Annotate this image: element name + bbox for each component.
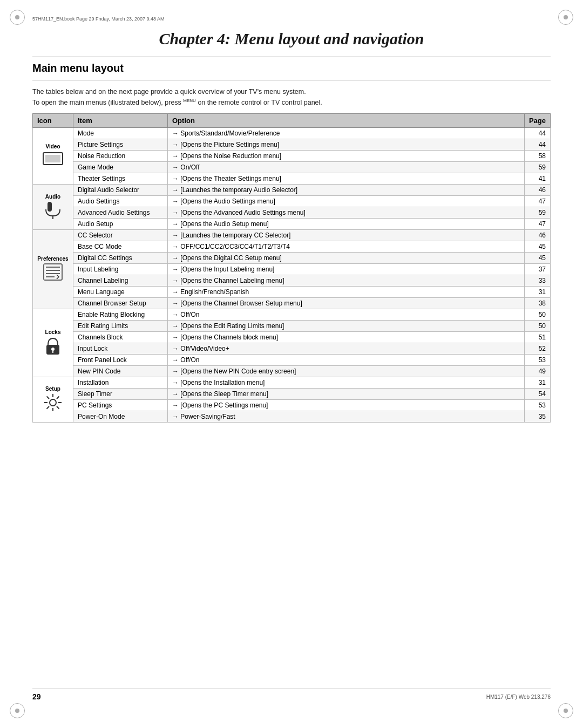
page-cell: 50: [524, 309, 550, 321]
page-cell: 47: [524, 219, 550, 230]
page-cell: 54: [524, 389, 550, 400]
option-cell: → [Opens the Audio Setup menu]: [168, 219, 525, 230]
page-cell: 37: [524, 264, 550, 275]
setup-icon: [36, 393, 70, 414]
item-cell: Channel Browser Setup: [73, 298, 168, 309]
option-cell: → On/Off: [168, 162, 525, 173]
option-cell: → OFF/CC1/CC2/CC3/CC4/T1/T2/T3/T4: [168, 241, 525, 253]
page-cell: 35: [524, 411, 550, 423]
item-cell: Audio Settings: [73, 196, 168, 207]
icon-cell-preferences: Preferences: [33, 230, 73, 309]
page-cell: 44: [524, 139, 550, 151]
item-cell: New PIN Code: [73, 366, 168, 377]
intro-line2: To open the main menus (illustrated belo…: [32, 97, 551, 108]
table-row: Locks Enable Rating Blocking→ Off/On50: [33, 309, 551, 321]
svg-rect-5: [44, 264, 62, 280]
table-row: Channel Labeling→ [Opens the Channel Lab…: [33, 275, 551, 287]
page-cell: 50: [524, 321, 550, 332]
locks-icon: [36, 336, 70, 357]
table-row: New PIN Code→ [Opens the New PIN Code en…: [33, 366, 551, 377]
footer: 29 HM117 (E/F) Web 213.276: [32, 689, 551, 701]
item-cell: Digital CC Settings: [73, 253, 168, 264]
item-cell: PC Settings: [73, 400, 168, 411]
chapter-heading: Chapter 4: Menu layout and navigation: [32, 30, 551, 48]
item-cell: CC Selector: [73, 230, 168, 241]
icon-cell-audio: Audio: [33, 185, 73, 230]
intro-line1: The tables below and on the next page pr…: [32, 86, 551, 97]
option-cell: → [Opens the New PIN Code entry screen]: [168, 366, 525, 377]
table-row: Power-On Mode→ Power-Saving/Fast35: [33, 411, 551, 423]
page-cell: 38: [524, 298, 550, 309]
option-cell: → [Opens the Digital CC Setup menu]: [168, 253, 525, 264]
reg-mark-bl: [10, 703, 25, 718]
option-cell: → Off/On: [168, 309, 525, 321]
table-row: Base CC Mode→ OFF/CC1/CC2/CC3/CC4/T1/T2/…: [33, 241, 551, 253]
page-cell: 51: [524, 332, 550, 343]
page-cell: 53: [524, 355, 550, 366]
svg-point-11: [51, 348, 55, 351]
table-row: Game Mode→ On/Off59: [33, 162, 551, 173]
table-row: Channels Block→ [Opens the Channels bloc…: [33, 332, 551, 343]
item-cell: Installation: [73, 377, 168, 389]
icon-label: Audio: [36, 194, 70, 200]
item-cell: Enable Rating Blocking: [73, 309, 168, 321]
option-cell: → [Opens the Sleep Timer menu]: [168, 389, 525, 400]
page-number: 29: [32, 692, 41, 701]
item-cell: Noise Reduction: [73, 151, 168, 162]
hr-chapter: [32, 57, 551, 57]
table-row: Audio Setup→ [Opens the Audio Setup menu…: [33, 219, 551, 230]
item-cell: Channel Labeling: [73, 275, 168, 287]
item-cell: Digital Audio Selector: [73, 185, 168, 196]
table-row: Preferences CC Selector→ [Launches the t…: [33, 230, 551, 241]
table-row: Front Panel Lock→ Off/On53: [33, 355, 551, 366]
table-row: Edit Rating Limits→ [Opens the Edit Rati…: [33, 321, 551, 332]
option-cell: → English/French/Spanish: [168, 287, 525, 298]
page-cell: 44: [524, 128, 550, 139]
option-cell: → [Opens the PC Settings menu]: [168, 400, 525, 411]
svg-point-13: [50, 399, 56, 406]
table-row: Advanced Audio Settings→ [Opens the Adva…: [33, 207, 551, 219]
header-page: Page: [524, 114, 550, 128]
item-cell: Edit Rating Limits: [73, 321, 168, 332]
section-heading: Main menu layout: [32, 62, 124, 74]
table-row: Theater Settings→ [Opens the Theater Set…: [33, 173, 551, 185]
option-cell: → Off/Video/Video+: [168, 343, 525, 355]
table-row: Digital CC Settings→ [Opens the Digital …: [33, 253, 551, 264]
icon-label: Video: [36, 144, 70, 149]
option-cell: → [Opens the Channel Browser Setup menu]: [168, 298, 525, 309]
page-cell: 59: [524, 207, 550, 219]
item-cell: Game Mode: [73, 162, 168, 173]
icon-label: Setup: [36, 386, 70, 392]
item-cell: Input Lock: [73, 343, 168, 355]
option-cell: → [Opens the Picture Settings menu]: [168, 139, 525, 151]
item-cell: Input Labeling: [73, 264, 168, 275]
option-cell: → [Opens the Noise Reduction menu]: [168, 151, 525, 162]
table-row: Channel Browser Setup→ [Opens the Channe…: [33, 298, 551, 309]
svg-rect-1: [45, 155, 60, 162]
item-cell: Audio Setup: [73, 219, 168, 230]
option-cell: → [Opens the Theater Settings menu]: [168, 173, 525, 185]
icon-label: Locks: [36, 329, 70, 335]
option-cell: → [Opens the Advanced Audio Settings men…: [168, 207, 525, 219]
item-cell: Theater Settings: [73, 173, 168, 185]
header-option: Option: [168, 114, 525, 128]
icon-cell-video: Video: [33, 128, 73, 185]
option-cell: → [Launches the temporary Audio Selector…: [168, 185, 525, 196]
table-row: Noise Reduction→ [Opens the Noise Reduct…: [33, 151, 551, 162]
page-cell: 49: [524, 366, 550, 377]
reg-mark-tl: [10, 10, 25, 25]
option-cell: → [Opens the Channels block menu]: [168, 332, 525, 343]
item-cell: Base CC Mode: [73, 241, 168, 253]
option-cell: → [Opens the Edit Rating Limits menu]: [168, 321, 525, 332]
item-cell: Channels Block: [73, 332, 168, 343]
page-cell: 47: [524, 196, 550, 207]
page-cell: 31: [524, 287, 550, 298]
item-cell: Sleep Timer: [73, 389, 168, 400]
option-cell: → [Opens the Audio Settings menu]: [168, 196, 525, 207]
reg-mark-tr: [558, 10, 573, 25]
table-row: Sleep Timer→ [Opens the Sleep Timer menu…: [33, 389, 551, 400]
intro-text: The tables below and on the next page pr…: [32, 86, 551, 108]
item-cell: Front Panel Lock: [73, 355, 168, 366]
svg-line-20: [57, 396, 59, 399]
item-cell: Power-On Mode: [73, 411, 168, 423]
